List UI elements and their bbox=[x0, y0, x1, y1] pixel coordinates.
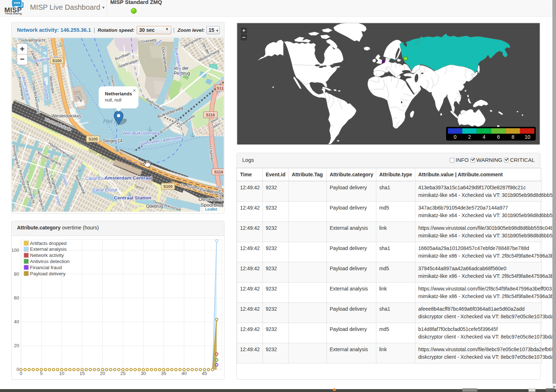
svg-text:S100: S100 bbox=[89, 137, 98, 141]
svg-text:40: 40 bbox=[181, 371, 187, 376]
svg-text:40: 40 bbox=[14, 319, 19, 324]
svg-text:Threat Sharing: Threat Sharing bbox=[5, 12, 22, 15]
svg-text:0: 0 bbox=[17, 367, 19, 372]
svg-text:Network activity: Network activity bbox=[30, 253, 64, 258]
svg-text:30: 30 bbox=[141, 371, 146, 376]
svg-text:20: 20 bbox=[100, 371, 105, 376]
svg-text:Financial fraud: Financial fraud bbox=[30, 265, 62, 270]
svg-text:35: 35 bbox=[161, 371, 166, 376]
svg-text:S11: S11 bbox=[217, 86, 224, 90]
svg-text:0: 0 bbox=[454, 134, 457, 140]
svg-text:80: 80 bbox=[14, 271, 19, 277]
svg-text:Steiger 14: Steiger 14 bbox=[103, 138, 123, 143]
svg-text:6: 6 bbox=[497, 134, 500, 140]
svg-text:Amsterdam Centraal: Amsterdam Centraal bbox=[104, 175, 152, 181]
svg-text:60: 60 bbox=[14, 295, 19, 301]
svg-text:IJpl: IJpl bbox=[222, 116, 224, 120]
svg-text:0: 0 bbox=[20, 371, 22, 376]
svg-text:10: 10 bbox=[525, 134, 530, 140]
svg-text:−: − bbox=[20, 55, 25, 64]
svg-text:S116: S116 bbox=[206, 113, 215, 117]
svg-text:Antivirus detection: Antivirus detection bbox=[30, 259, 69, 264]
svg-text:S116: S116 bbox=[214, 170, 223, 174]
svg-text:Payload delivery: Payload delivery bbox=[30, 271, 66, 276]
svg-text:10: 10 bbox=[59, 371, 64, 376]
svg-text:100: 100 bbox=[12, 247, 19, 253]
svg-text:25: 25 bbox=[120, 371, 125, 376]
svg-text:⚓: ⚓ bbox=[76, 166, 82, 172]
svg-text:Netherlands: Netherlands bbox=[105, 91, 132, 96]
svg-text:8: 8 bbox=[512, 134, 514, 140]
svg-text:Artifacts dropped: Artifacts dropped bbox=[30, 241, 67, 246]
svg-text:Canal Cruise: Canal Cruise bbox=[92, 188, 117, 193]
svg-text:15: 15 bbox=[80, 371, 85, 376]
svg-text:⚓: ⚓ bbox=[114, 146, 120, 152]
svg-text:Veer Buiksloterweg: Veer Buiksloterweg bbox=[122, 131, 159, 136]
svg-text:×: × bbox=[133, 87, 136, 94]
svg-text:Odebrug: Odebrug bbox=[146, 204, 163, 209]
svg-text:20: 20 bbox=[14, 343, 19, 348]
svg-text:outvaertgracht: outvaertgracht bbox=[21, 38, 45, 42]
svg-text:External analysis: External analysis bbox=[30, 246, 67, 252]
svg-text:S100: S100 bbox=[52, 59, 62, 63]
svg-text:+: + bbox=[20, 44, 25, 53]
svg-text:Leaflet: Leaflet bbox=[205, 207, 217, 211]
svg-text:Westerdoksluis: Westerdoksluis bbox=[52, 113, 81, 119]
svg-text:Centraal Station: Centraal Station bbox=[114, 195, 151, 201]
svg-text:4: 4 bbox=[483, 134, 486, 140]
svg-text:⚓: ⚓ bbox=[57, 42, 63, 47]
svg-text:5: 5 bbox=[40, 371, 43, 376]
svg-text:2: 2 bbox=[468, 134, 471, 140]
svg-text:S100: S100 bbox=[163, 184, 173, 189]
svg-text:45: 45 bbox=[202, 371, 207, 376]
svg-text:null, null: null, null bbox=[105, 98, 121, 103]
svg-text:⚓: ⚓ bbox=[190, 132, 195, 137]
